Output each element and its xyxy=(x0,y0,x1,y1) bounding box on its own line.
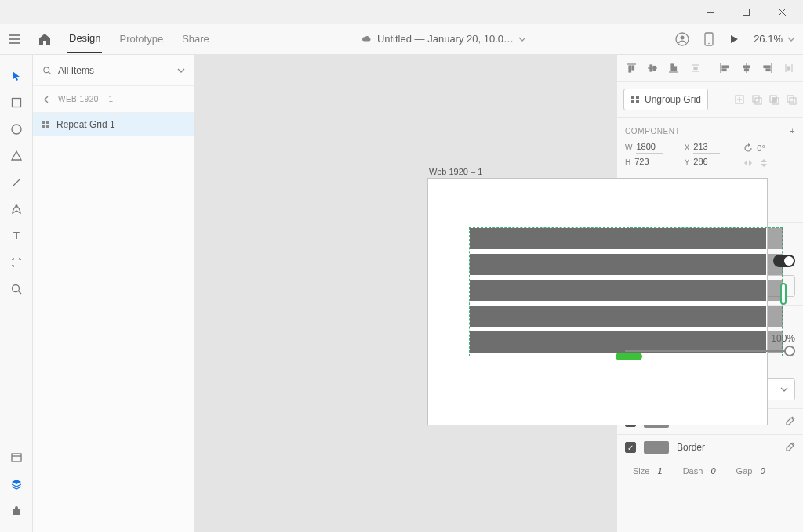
rotation-value[interactable]: 0° xyxy=(757,143,765,153)
gap-value[interactable]: 0 xyxy=(758,466,768,476)
search-icon[interactable] xyxy=(42,66,52,75)
chevron-down-icon[interactable] xyxy=(518,35,526,43)
svg-rect-45 xyxy=(764,66,770,68)
input-x[interactable] xyxy=(693,142,720,154)
rectangle-tool-icon[interactable] xyxy=(0,89,33,116)
distribute-h-icon[interactable] xyxy=(780,60,798,77)
tool-rail: T xyxy=(0,55,33,532)
align-bottom-icon[interactable] xyxy=(665,60,682,77)
subtract-icon xyxy=(751,94,762,105)
input-y[interactable] xyxy=(693,157,720,168)
device-preview-icon[interactable] xyxy=(703,32,714,46)
layers-panel-icon[interactable] xyxy=(0,471,33,498)
layer-item-label: Repeat Grid 1 xyxy=(56,119,115,130)
zoom-tool-icon[interactable] xyxy=(0,276,33,302)
input-height[interactable] xyxy=(634,157,661,168)
align-hcenter-icon[interactable] xyxy=(738,60,755,77)
distribute-v-icon[interactable] xyxy=(687,60,704,77)
tab-design[interactable]: Design xyxy=(67,32,102,53)
svg-rect-63 xyxy=(790,98,796,104)
component-header: COMPONENT xyxy=(625,127,680,136)
tab-prototype[interactable]: Prototype xyxy=(118,33,165,52)
ellipse-tool-icon[interactable] xyxy=(0,116,33,143)
ungroup-grid-button[interactable]: Ungroup Grid xyxy=(623,89,708,110)
search-filter-label[interactable]: All Items xyxy=(58,65,171,76)
border-swatch[interactable] xyxy=(644,441,669,454)
tab-share[interactable]: Share xyxy=(180,33,211,52)
window-maximize-button[interactable] xyxy=(728,0,764,24)
svg-rect-62 xyxy=(787,96,794,102)
grid-cell[interactable] xyxy=(768,306,783,327)
svg-rect-49 xyxy=(788,67,790,70)
grid-cell[interactable] xyxy=(768,331,783,353)
polygon-tool-icon[interactable] xyxy=(0,143,33,169)
repeat-grid-handle-horizontal[interactable] xyxy=(780,283,787,305)
svg-point-20 xyxy=(44,67,49,72)
align-vcenter-icon[interactable] xyxy=(644,60,661,77)
input-width[interactable] xyxy=(636,142,663,154)
svg-rect-18 xyxy=(12,454,21,461)
align-left-icon[interactable] xyxy=(716,60,733,77)
border-checkbox[interactable]: ✓ xyxy=(625,442,636,453)
grid-cell[interactable] xyxy=(470,331,766,353)
canvas[interactable]: Web 1920 – 1 xyxy=(195,55,616,532)
grid-cell[interactable] xyxy=(470,280,766,301)
svg-rect-53 xyxy=(636,100,639,103)
window-minimize-button[interactable] xyxy=(692,0,728,24)
topbar: Design Prototype Share Untitled — Januar… xyxy=(0,24,803,55)
ungroup-grid-label: Ungroup Grid xyxy=(645,94,701,105)
hamburger-icon[interactable] xyxy=(8,32,22,46)
document-title[interactable]: Untitled — January 20, 10.0… xyxy=(377,33,514,45)
svg-point-10 xyxy=(708,42,710,44)
artboard-tool-icon[interactable] xyxy=(0,249,33,276)
assets-panel-icon[interactable] xyxy=(0,444,33,471)
grid-cell[interactable] xyxy=(768,228,783,249)
align-right-icon[interactable] xyxy=(759,60,776,77)
svg-rect-40 xyxy=(722,69,726,71)
breadcrumb-label[interactable]: WEB 1920 – 1 xyxy=(58,95,113,103)
label-x: X xyxy=(685,143,690,152)
home-icon[interactable] xyxy=(38,32,52,46)
chevron-left-icon[interactable] xyxy=(42,96,50,103)
grid-cell[interactable] xyxy=(470,306,766,327)
window-close-button[interactable] xyxy=(764,0,800,24)
svg-rect-42 xyxy=(743,66,750,68)
layers-panel: All Items WEB 1920 – 1 Repeat Grid 1 xyxy=(33,55,195,532)
dash-value[interactable]: 0 xyxy=(707,466,718,476)
svg-rect-37 xyxy=(694,67,697,70)
line-tool-icon[interactable] xyxy=(0,169,33,196)
grid-cell[interactable] xyxy=(470,228,766,249)
select-tool-icon[interactable] xyxy=(0,63,33,89)
flip-v-icon xyxy=(759,158,768,168)
svg-rect-1 xyxy=(743,9,749,15)
layer-item-repeat-grid[interactable]: Repeat Grid 1 xyxy=(33,113,194,136)
svg-rect-61 xyxy=(772,98,776,102)
user-icon[interactable] xyxy=(675,32,689,46)
svg-rect-28 xyxy=(632,66,634,70)
opacity-slider[interactable] xyxy=(625,350,795,352)
svg-line-13 xyxy=(13,179,20,186)
repeat-grid-icon xyxy=(41,120,50,129)
label-w: W xyxy=(625,143,632,152)
play-icon[interactable] xyxy=(729,34,739,45)
responsive-resize-toggle[interactable] xyxy=(773,255,795,267)
plus-icon[interactable]: + xyxy=(790,127,795,136)
zoom-level[interactable]: 26.1% xyxy=(754,33,783,45)
repeat-grid-handle-vertical[interactable] xyxy=(616,353,642,360)
size-label: Size xyxy=(633,466,649,476)
artboard-label[interactable]: Web 1920 – 1 xyxy=(429,167,482,176)
text-tool-icon[interactable]: T xyxy=(0,223,33,249)
svg-rect-58 xyxy=(755,98,761,104)
chevron-down-icon[interactable] xyxy=(177,67,185,74)
chevron-down-icon[interactable] xyxy=(787,35,795,43)
grid-cell[interactable] xyxy=(470,254,766,275)
align-top-icon[interactable] xyxy=(623,60,640,77)
plugins-panel-icon[interactable] xyxy=(0,498,33,524)
size-value[interactable]: 1 xyxy=(655,466,666,476)
eyedropper-icon[interactable] xyxy=(784,442,795,453)
border-label: Border xyxy=(677,442,705,453)
svg-rect-50 xyxy=(631,96,634,99)
eyedropper-icon[interactable] xyxy=(784,416,795,427)
repeat-grid-selection[interactable] xyxy=(469,227,783,356)
pen-tool-icon[interactable] xyxy=(0,196,33,223)
